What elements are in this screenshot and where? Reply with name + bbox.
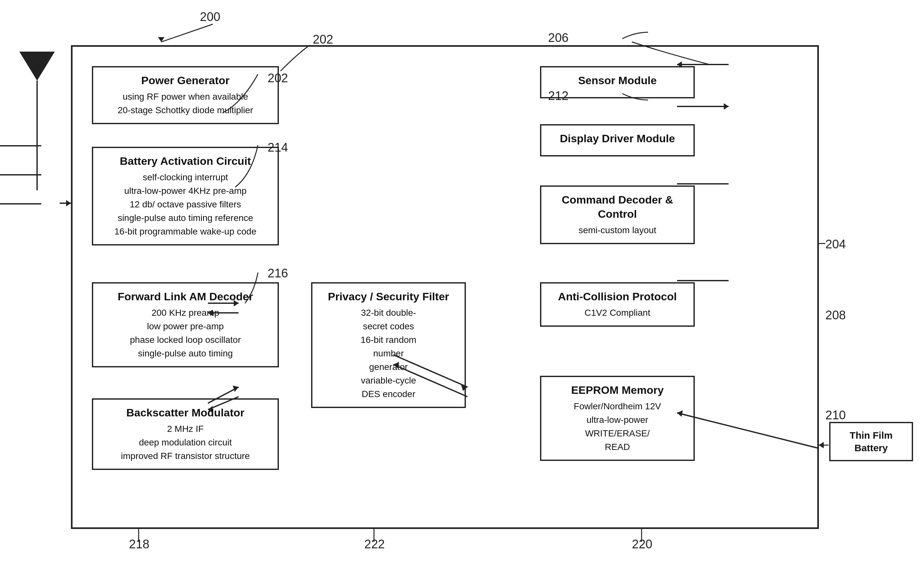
forward-link-title: Forward Link AM Decoder [100,289,271,304]
svg-marker-4 [819,442,824,448]
antenna-symbol [19,51,55,190]
eeprom-memory-title: EEPROM Memory [548,383,686,397]
forward-link-box: Forward Link AM Decoder 200 KHz preamp l… [92,282,279,367]
ref-210-label: 210 [825,408,846,422]
ref-218-label: 218 [129,537,149,551]
backscatter-text: 2 MHz IF deep modulation circuit improve… [100,422,271,463]
anti-collision-title: Anti-Collision Protocol [548,289,686,304]
anti-collision-text: C1V2 Compliant [548,306,686,320]
battery-activation-text: self-clocking interrupt ultra-low-power … [100,171,271,238]
antenna-triangle [19,51,55,81]
svg-line-0 [161,24,213,42]
battery-activation-box: Battery Activation Circuit self-clocking… [92,147,279,246]
thin-film-battery-title: Thin FilmBattery [838,429,905,454]
display-driver-box: Display Driver Module [540,124,695,157]
ref-220-label: 220 [632,537,652,551]
antenna-vertical-line [36,81,38,190]
command-decoder-text: semi-custom layout [548,223,686,237]
antenna-horiz-2 [0,174,41,175]
sensor-module-title: Sensor Module [548,73,686,88]
sensor-module-box: Sensor Module [540,66,695,98]
svg-marker-1 [158,37,164,42]
power-generator-box: Power Generator using RF power when avai… [92,66,279,124]
ref-206-label: 206 [548,31,568,45]
privacy-security-title: Privacy / Security Filter [320,289,457,304]
battery-activation-title: Battery Activation Circuit [100,154,271,168]
forward-link-text: 200 KHz preamp low power pre-amp phase l… [100,306,271,360]
svg-marker-6 [66,200,71,206]
command-decoder-box: Command Decoder & Control semi-custom la… [540,185,695,244]
thin-film-battery-box: Thin FilmBattery [829,422,913,461]
anti-collision-box: Anti-Collision Protocol C1V2 Compliant [540,282,695,327]
command-decoder-title: Command Decoder & Control [548,193,686,221]
power-generator-title: Power Generator [100,73,271,88]
eeprom-memory-box: EEPROM Memory Fowler/Nordheim 12V ultra-… [540,376,695,461]
power-generator-text: using RF power when available 20-stage S… [100,90,271,117]
eeprom-memory-text: Fowler/Nordheim 12V ultra-low-power WRIT… [548,400,686,454]
diagram-container: Power Generator using RF power when avai… [0,0,924,588]
antenna-horiz-3 [0,203,41,205]
ref-200-label: 200 [200,10,220,23]
ref-222-label: 222 [364,537,384,551]
main-circuit-box: Power Generator using RF power when avai… [71,45,819,529]
svg-text:202: 202 [313,33,333,46]
antenna-horiz-1 [0,145,41,147]
backscatter-box: Backscatter Modulator 2 MHz IF deep modu… [92,398,279,470]
privacy-security-text: 32-bit double-secret codes 16-bit random… [320,306,457,401]
privacy-security-box: Privacy / Security Filter 32-bit double-… [311,282,466,408]
ref-208-label: 208 [825,308,846,322]
backscatter-title: Backscatter Modulator [100,405,271,420]
display-driver-title: Display Driver Module [548,131,686,145]
ref-204-label: 204 [825,238,846,251]
